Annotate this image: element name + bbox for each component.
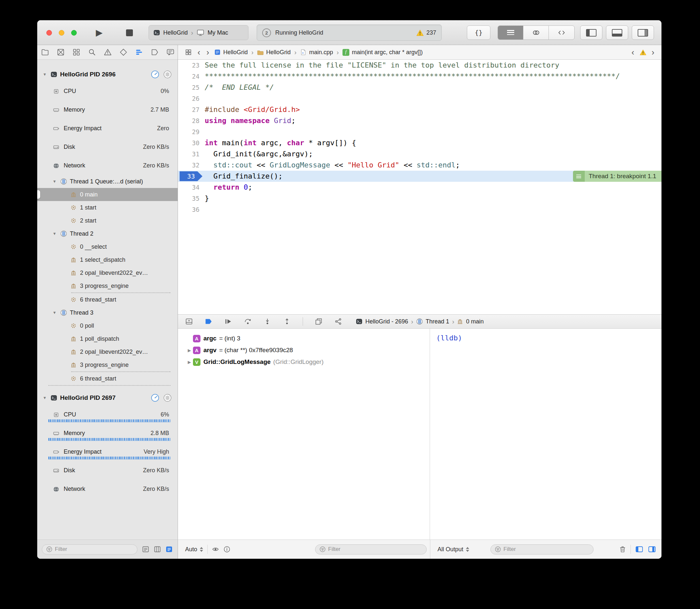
variables-view[interactable]: A argc = (int) 3 A argv = (char **) 0x7f… [178,329,430,539]
breakpoints-toggle-icon[interactable] [205,317,212,325]
metric-row-memory[interactable]: Memory 2.7 MB [37,101,177,119]
version-editor-button[interactable] [549,26,574,39]
filter-input[interactable] [503,546,589,553]
view-mode-icon[interactable] [165,545,173,553]
test-navigator-tab[interactable] [119,48,127,57]
line-number[interactable]: 23 [178,60,205,71]
stack-frame-row[interactable]: 3 progress_engine [37,358,177,371]
breadcrumb-thread[interactable]: Thread 1 [426,318,449,325]
process-row[interactable]: HelloGrid PID 2696 [37,67,177,82]
stack-frame-row[interactable]: 2 start [37,214,177,227]
show-variables-view-icon[interactable] [635,545,644,554]
metric-row-disk[interactable]: Disk Zero KB/s [37,138,177,156]
line-number[interactable]: 27 [178,104,205,115]
disclosure-triangle-icon[interactable] [52,179,57,184]
line-number[interactable]: 25 [178,82,205,93]
disclosure-triangle-icon[interactable] [42,72,48,77]
symbol-navigator-tab[interactable] [72,48,81,57]
metric-row-network[interactable]: Network Zero KB/s [37,480,177,498]
thread-row[interactable]: Thread 3 [37,306,177,319]
metric-row-network[interactable]: Network Zero KB/s [37,156,177,175]
stack-frame-row[interactable]: 3 progress_engine [37,279,177,292]
debug-navigator-tab[interactable] [135,48,143,57]
toggle-debug-area-button[interactable] [606,25,628,40]
continue-icon[interactable] [224,317,232,325]
variable-row[interactable]: A argv = (char **) 0x7ffee9039c28 [178,344,430,356]
forward-button[interactable]: › [205,48,210,56]
breakpoint-indicator[interactable]: 33 [180,171,202,181]
source-control-navigator-tab[interactable] [56,48,65,57]
breadcrumb-process[interactable]: HelloGrid - 2696 [365,318,408,325]
breadcrumb-group[interactable]: HelloGrid [257,49,291,56]
warning-counter[interactable]: 237 [416,29,436,36]
code-snippet-button[interactable]: {} [467,25,490,40]
gauge-button-icon[interactable] [151,394,159,402]
line-number[interactable]: 36 [178,204,205,215]
quick-look-eye-icon[interactable] [212,546,219,553]
issue-navigator-tab[interactable] [103,48,112,57]
disclosure-triangle-icon[interactable] [186,348,193,353]
breadcrumb-file[interactable]: main.cpp [300,49,333,56]
minimize-button[interactable] [59,30,64,36]
filter-input[interactable] [328,546,423,553]
breadcrumb-frame[interactable]: 0 main [466,318,483,325]
stack-frame-row[interactable]: 6 thread_start [37,293,177,306]
disclosure-triangle-icon[interactable] [52,310,57,315]
stack-frame-row[interactable]: 6 thread_start [37,372,177,385]
navigator-filter-field[interactable] [42,544,137,555]
assistant-editor-button[interactable] [523,26,549,39]
line-number[interactable]: 28 [178,115,205,126]
variables-filter-field[interactable] [315,544,427,555]
view-threads-button-icon[interactable] [163,70,172,79]
line-number[interactable]: 32 [178,160,205,171]
stop-button[interactable] [121,25,137,40]
step-into-icon[interactable] [263,317,271,325]
stack-frame-row[interactable]: 0 poll [37,319,177,332]
view-hierarchy-icon[interactable] [315,317,323,325]
process-row[interactable]: HelloGrid PID 2697 [37,390,177,405]
metric-row-energy[interactable]: Energy Impact Very High [37,442,177,461]
standard-editor-button[interactable] [498,26,523,39]
disclosure-triangle-icon[interactable] [52,231,57,236]
thread-row[interactable]: Thread 1 Queue:…d (serial) [37,175,177,188]
show-paused-only-icon[interactable] [142,545,150,553]
gauge-button-icon[interactable] [151,70,159,79]
view-threads-button-icon[interactable] [163,394,172,402]
run-button[interactable] [91,25,107,40]
line-number[interactable]: 24 [178,71,205,82]
next-issue-button[interactable]: › [650,48,655,56]
hide-debug-area-icon[interactable] [185,317,193,325]
stack-frame-row[interactable]: 1 poll_dispatch [37,332,177,345]
trash-icon[interactable] [619,546,626,553]
line-number[interactable]: 31 [178,149,205,160]
source-editor[interactable]: 23See the full license in the file "LICE… [178,60,662,314]
project-navigator-tab[interactable] [40,48,49,57]
stack-frame-row[interactable]: 2 opal_libevent2022_ev… [37,266,177,279]
line-number[interactable]: 34 [178,182,205,193]
previous-issue-button[interactable]: ‹ [630,48,635,56]
info-icon[interactable] [223,546,231,553]
related-items-button[interactable] [184,48,193,57]
breakpoint-navigator-tab[interactable] [150,48,159,57]
debug-console[interactable]: (lldb) [430,329,662,539]
line-number[interactable]: 29 [178,126,205,137]
report-navigator-tab[interactable] [166,48,175,57]
breadcrumb-symbol[interactable]: f main(int argc, char * argv[]) [342,49,423,56]
metric-row-energy[interactable]: Energy Impact Zero [37,119,177,138]
console-output-selector[interactable]: All Output [438,546,469,553]
show-stack-columns-icon[interactable] [153,545,161,553]
stack-frame-row[interactable]: 1 select_dispatch [37,253,177,266]
stack-frame-row[interactable]: 2 opal_libevent2022_ev… [37,345,177,358]
close-button[interactable] [46,30,52,36]
metric-row-cpu[interactable]: CPU 6% [37,405,177,424]
scheme-selector[interactable]: HelloGrid My Mac [149,25,249,40]
find-navigator-tab[interactable] [87,48,96,57]
toggle-navigator-button[interactable] [580,25,602,40]
line-number[interactable]: 30 [178,137,205,149]
metric-row-cpu[interactable]: CPU 0% [37,82,177,101]
step-out-icon[interactable] [283,317,291,325]
variable-row[interactable]: V Grid::GridLogMessage (Grid::GridLogger… [178,356,430,368]
disclosure-triangle-icon[interactable] [186,360,193,365]
line-number[interactable]: 35 [178,193,205,204]
breadcrumb-project[interactable]: HelloGrid [214,49,248,56]
